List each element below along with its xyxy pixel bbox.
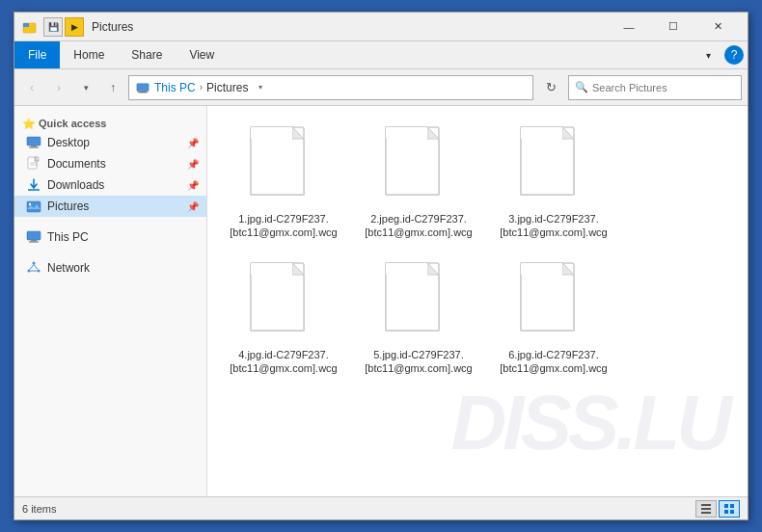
- svg-rect-38: [701, 512, 711, 514]
- address-bar: ‹ › ▾ ↑ This PC › Pictures ▾ ↻ 🔍: [14, 69, 748, 106]
- file-item[interactable]: 1.jpg.id-C279F237.[btc11@gmx.com].wcg: [221, 120, 346, 246]
- file-item[interactable]: 2.jpeg.id-C279F237.[btc11@gmx.com].wcg: [356, 120, 481, 246]
- title-bar-quick-access: 💾 ▶: [43, 17, 84, 37]
- svg-line-21: [30, 265, 34, 270]
- search-input[interactable]: [592, 82, 735, 93]
- refresh-button[interactable]: ↻: [537, 75, 564, 100]
- file-item[interactable]: 3.jpg.id-C279F237.[btc11@gmx.com].wcg: [491, 120, 616, 246]
- svg-line-22: [34, 265, 38, 270]
- svg-point-14: [29, 203, 31, 205]
- file-icon: [519, 125, 588, 208]
- tb-tab-undo[interactable]: ▶: [65, 17, 84, 37]
- maximize-button[interactable]: ☐: [651, 13, 695, 41]
- computer-icon: [26, 229, 41, 245]
- grid-view-button[interactable]: [719, 500, 740, 518]
- file-icon: [384, 261, 453, 344]
- view-buttons: [695, 500, 740, 518]
- back-button[interactable]: ‹: [20, 76, 43, 99]
- svg-rect-39: [724, 504, 728, 508]
- svg-rect-2: [137, 83, 149, 91]
- file-name: 2.jpeg.id-C279F237.[btc11@gmx.com].wcg: [360, 212, 477, 240]
- downloads-pin-icon: 📌: [187, 180, 199, 191]
- svg-rect-42: [730, 510, 734, 514]
- file-name: 3.jpg.id-C279F237.[btc11@gmx.com].wcg: [495, 212, 612, 240]
- sidebar-item-desktop[interactable]: Desktop 📌: [14, 132, 206, 153]
- svg-rect-5: [27, 137, 41, 146]
- window-title: Pictures: [84, 20, 607, 34]
- breadcrumb[interactable]: This PC › Pictures ▾: [128, 75, 533, 100]
- pictures-sidebar-icon: [26, 199, 41, 214]
- svg-rect-27: [386, 127, 427, 139]
- desktop-icon: [26, 135, 41, 150]
- ribbon-options[interactable]: ▾: [693, 41, 724, 68]
- help-button[interactable]: ?: [724, 45, 744, 65]
- sidebar-desktop-label: Desktop: [47, 136, 181, 149]
- file-icon: [384, 125, 453, 208]
- desktop-pin-icon: 📌: [187, 138, 199, 148]
- breadcrumb-this-pc[interactable]: This PC: [154, 81, 196, 94]
- svg-rect-15: [27, 231, 41, 240]
- status-bar: 6 items: [14, 496, 748, 519]
- tb-tab-save[interactable]: 💾: [43, 17, 63, 37]
- svg-rect-17: [29, 242, 39, 243]
- file-icon: [249, 261, 318, 344]
- sidebar-network-label: Network: [47, 261, 199, 275]
- downloads-icon: [26, 177, 41, 193]
- files-grid: 1.jpg.id-C279F237.[btc11@gmx.com].wcg 2.…: [217, 116, 738, 385]
- documents-icon: [26, 156, 41, 172]
- file-item[interactable]: 5.jpg.id-C279F237.[btc11@gmx.com].wcg: [356, 255, 481, 382]
- window-icon: [22, 19, 38, 35]
- main-content: ⭐ Quick access Desktop 📌: [14, 106, 748, 496]
- search-icon: 🔍: [575, 81, 588, 93]
- tab-share[interactable]: Share: [118, 41, 176, 68]
- sidebar-item-documents[interactable]: Documents 📌: [14, 153, 206, 174]
- svg-rect-33: [386, 263, 427, 275]
- documents-pin-icon: 📌: [187, 159, 199, 170]
- sidebar-item-this-pc[interactable]: This PC: [14, 226, 206, 248]
- close-button[interactable]: ✕: [695, 13, 740, 41]
- tab-home[interactable]: Home: [60, 41, 118, 68]
- file-name: 6.jpg.id-C279F237.[btc11@gmx.com].wcg: [495, 348, 612, 376]
- sidebar-item-downloads[interactable]: Downloads 📌: [14, 174, 206, 196]
- network-icon: [26, 260, 41, 276]
- tab-file[interactable]: File: [14, 41, 60, 68]
- watermark: DISS.LU: [450, 379, 728, 467]
- file-area: DISS.LU 1.jpg.id-C279F237.[btc11@gmx.com…: [207, 106, 748, 496]
- svg-rect-36: [701, 504, 711, 506]
- file-icon: [249, 125, 318, 208]
- status-text: 6 items: [22, 503, 695, 515]
- sidebar-this-pc-label: This PC: [47, 230, 199, 244]
- forward-button[interactable]: ›: [47, 76, 70, 99]
- title-bar: 💾 ▶ Pictures — ☐ ✕: [14, 13, 748, 41]
- svg-point-18: [33, 262, 36, 265]
- sidebar: ⭐ Quick access Desktop 📌: [14, 106, 207, 496]
- file-item[interactable]: 4.jpg.id-C279F237.[btc11@gmx.com].wcg: [221, 255, 346, 382]
- svg-rect-37: [701, 508, 711, 510]
- breadcrumb-dropdown[interactable]: ▾: [252, 75, 269, 100]
- list-view-button[interactable]: [695, 500, 717, 518]
- quick-access-header: ⭐ Quick access: [14, 112, 206, 132]
- sidebar-documents-label: Documents: [47, 157, 181, 171]
- file-item[interactable]: 6.jpg.id-C279F237.[btc11@gmx.com].wcg: [491, 255, 616, 382]
- sidebar-downloads-label: Downloads: [47, 178, 181, 192]
- svg-rect-6: [31, 146, 37, 147]
- svg-rect-41: [724, 510, 728, 514]
- tab-view[interactable]: View: [176, 41, 228, 68]
- svg-rect-4: [138, 92, 149, 93]
- file-name: 5.jpg.id-C279F237.[btc11@gmx.com].wcg: [360, 348, 477, 376]
- ribbon-tabs: File Home Share View ▾ ?: [14, 41, 748, 68]
- pictures-pin-icon: 📌: [187, 201, 199, 212]
- search-box[interactable]: 🔍: [568, 75, 742, 100]
- svg-rect-35: [521, 263, 562, 275]
- sidebar-item-network[interactable]: Network: [14, 257, 206, 279]
- svg-rect-40: [730, 504, 734, 508]
- up-button[interactable]: ↑: [101, 76, 124, 99]
- svg-rect-7: [29, 147, 39, 148]
- svg-rect-16: [31, 240, 37, 242]
- dropdown-button[interactable]: ▾: [74, 76, 97, 99]
- svg-rect-29: [521, 127, 562, 139]
- minimize-button[interactable]: —: [607, 13, 651, 41]
- sidebar-item-pictures[interactable]: Pictures 📌: [14, 196, 206, 217]
- file-name: 4.jpg.id-C279F237.[btc11@gmx.com].wcg: [225, 348, 342, 376]
- breadcrumb-pictures[interactable]: Pictures: [206, 81, 248, 94]
